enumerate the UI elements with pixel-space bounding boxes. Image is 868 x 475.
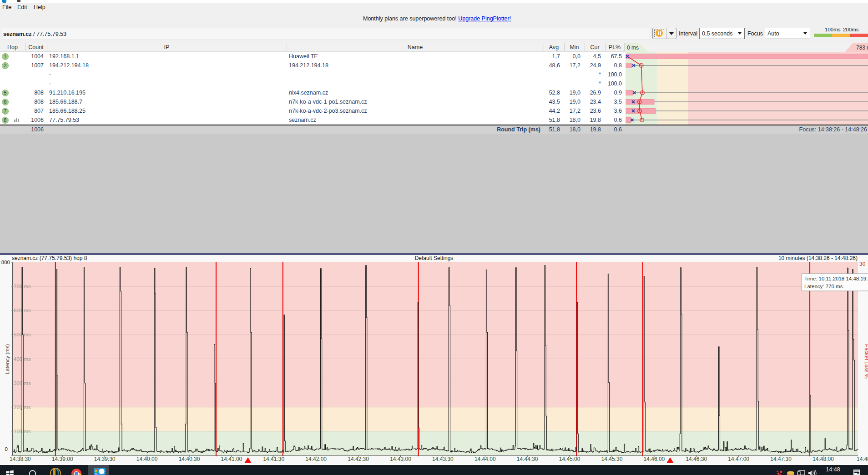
svg-text:14:46:00: 14:46:00 [644, 456, 665, 462]
svg-text:10 minutes (14:38:26 - 14:48:2: 10 minutes (14:38:26 - 14:48:26) [778, 255, 858, 261]
svg-text:200 ms: 200 ms [14, 405, 31, 410]
svg-text:14:44:00: 14:44:00 [474, 456, 496, 462]
svg-text:400 ms: 400 ms [14, 356, 31, 362]
svg-text:800: 800 [1, 260, 10, 265]
svg-text:14:38:30: 14:38:30 [10, 456, 31, 462]
svg-text:30: 30 [859, 261, 866, 267]
svg-text:14:45:30: 14:45:30 [601, 456, 623, 462]
svg-text:14:48:30: 14:48:30 [857, 456, 868, 462]
svg-text:14:43:00: 14:43:00 [390, 456, 411, 462]
svg-text:700 ms: 700 ms [14, 284, 31, 289]
svg-text:783 ms: 783 ms [856, 45, 868, 51]
svg-text:14:47:00: 14:47:00 [728, 456, 749, 462]
svg-text:14:43:30: 14:43:30 [432, 456, 454, 462]
svg-text:Latency (ms): Latency (ms) [5, 344, 10, 375]
svg-text:14:41:30: 14:41:30 [263, 456, 284, 462]
svg-text:14:39:30: 14:39:30 [94, 456, 116, 462]
svg-text:14:39:00: 14:39:00 [52, 456, 73, 462]
svg-text:14:48:00: 14:48:00 [812, 456, 834, 462]
svg-text:0: 0 [5, 446, 8, 452]
svg-text:14:47:30: 14:47:30 [770, 456, 792, 462]
svg-text:Latency: 770 ms.: Latency: 770 ms. [804, 284, 844, 289]
svg-text:14:40:00: 14:40:00 [136, 456, 158, 462]
svg-text:14:41:00: 14:41:00 [221, 456, 242, 462]
svg-text:Time: 10.11.2018 14:48:19.: Time: 10.11.2018 14:48:19. [804, 276, 868, 281]
svg-text:14:46:30: 14:46:30 [686, 456, 707, 462]
svg-text:14:40:30: 14:40:30 [179, 456, 200, 462]
svg-text:14:45:00: 14:45:00 [559, 456, 580, 462]
svg-text:300 ms: 300 ms [14, 380, 31, 386]
svg-text:600 ms: 600 ms [14, 308, 31, 313]
svg-text:14:42:30: 14:42:30 [348, 456, 369, 462]
svg-text:14:42:00: 14:42:00 [305, 456, 327, 462]
svg-text:seznam.cz (77.75.79.53) hop 8: seznam.cz (77.75.79.53) hop 8 [12, 255, 87, 261]
svg-text:100 ms: 100 ms [14, 429, 31, 434]
svg-text:500 ms: 500 ms [14, 332, 31, 337]
svg-text:14:44:30: 14:44:30 [517, 456, 538, 462]
svg-text:0 ms: 0 ms [627, 45, 639, 51]
svg-text:Packet Loss %: Packet Loss % [864, 344, 868, 379]
svg-text:Default Settings: Default Settings [415, 255, 454, 261]
